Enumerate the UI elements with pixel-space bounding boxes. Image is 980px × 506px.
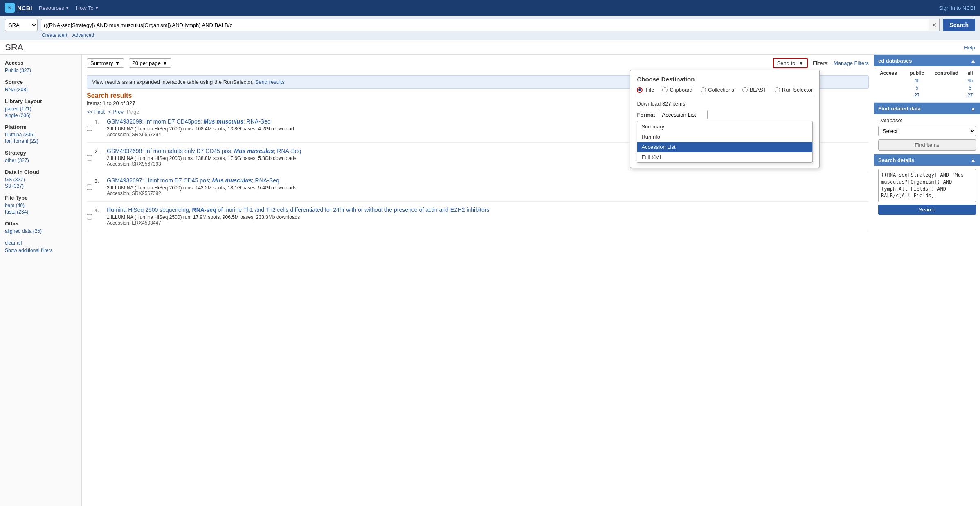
- find-related-label: Find related data: [878, 106, 921, 112]
- filter-access: Access Public (327): [5, 60, 76, 73]
- db-row-3-all[interactable]: 27: [964, 92, 976, 99]
- search-clear-button[interactable]: ✕: [929, 19, 940, 31]
- option-file[interactable]: File: [637, 87, 654, 93]
- result-title-4[interactable]: Illumina HiSeq 2500 sequencing; RNA-seq …: [107, 207, 869, 213]
- db-row-3-label: [878, 92, 905, 99]
- db-row-1-all[interactable]: 45: [964, 77, 976, 84]
- filter-single[interactable]: single (206): [5, 112, 76, 118]
- create-alert-link[interactable]: Create alert: [42, 32, 67, 38]
- howto-nav[interactable]: How To ▼: [76, 5, 99, 11]
- filter-gs[interactable]: GS (327): [5, 177, 76, 182]
- db-row-1-public[interactable]: 45: [905, 77, 928, 84]
- per-page-label: 20 per page: [133, 60, 161, 66]
- db-row-3-public[interactable]: 27: [905, 92, 928, 99]
- option-blast[interactable]: BLAST: [742, 87, 766, 93]
- advanced-link[interactable]: Advanced: [72, 32, 94, 38]
- resources-label: Resources: [39, 5, 64, 11]
- find-related-body: Database: Select Find items: [874, 114, 980, 154]
- format-select[interactable]: Summary RunInfo Accession List Full XML: [659, 110, 708, 119]
- result-checkbox-2[interactable]: [87, 149, 92, 167]
- pagination-first[interactable]: << First: [87, 109, 105, 115]
- top-navigation: N NCBI Resources ▼ How To ▼ Sign in to N…: [0, 0, 980, 16]
- manage-filters-link[interactable]: Manage Filters: [834, 60, 869, 66]
- database-select[interactable]: SRA: [5, 19, 38, 31]
- db-row-1-label: [878, 77, 905, 84]
- show-more-filters-link[interactable]: Show additional filters: [5, 247, 76, 253]
- ncbi-logo-text: NCBI: [17, 4, 32, 11]
- table-row: 4. Illumina HiSeq 2500 sequencing; RNA-s…: [87, 207, 869, 231]
- result-checkbox-3[interactable]: [87, 178, 92, 196]
- filter-filetype-title: File Type: [5, 195, 76, 201]
- format-menu-runinfo[interactable]: RunInfo: [637, 132, 812, 142]
- filter-bam[interactable]: bam (40): [5, 202, 76, 208]
- search-details-scroll-up[interactable]: ▲: [970, 157, 976, 163]
- help-link[interactable]: Help: [964, 45, 975, 51]
- result-num-1: 1.: [94, 118, 107, 137]
- result-checkbox-1[interactable]: [87, 119, 92, 137]
- option-clipboard-label: Clipboard: [670, 87, 692, 93]
- resources-nav[interactable]: Resources ▼: [39, 5, 70, 11]
- related-databases-section: ed databases ▲ Access public controlled …: [874, 55, 980, 103]
- related-databases-body: Access public controlled all 45 45: [874, 66, 980, 102]
- option-blast-label: BLAST: [750, 87, 766, 93]
- result-body-4: Illumina HiSeq 2500 sequencing; RNA-seq …: [107, 207, 869, 226]
- per-page-button[interactable]: 20 per page ▼: [129, 58, 171, 68]
- per-page-chevron-icon: ▼: [162, 60, 168, 66]
- filter-other: Other aligned data (25): [5, 220, 76, 234]
- search-input[interactable]: [41, 19, 940, 31]
- search-button[interactable]: Search: [943, 19, 975, 31]
- filter-illumina[interactable]: Illumina (305): [5, 132, 76, 137]
- search-input-wrap: ✕: [41, 19, 940, 31]
- result-num-2: 2.: [94, 148, 107, 167]
- option-collections[interactable]: Collections: [701, 87, 734, 93]
- db-table-row: 45 45: [878, 77, 976, 84]
- find-items-button[interactable]: Find items: [878, 139, 976, 151]
- format-menu-accession-list[interactable]: Accession List: [637, 142, 812, 152]
- filter-aligned[interactable]: aligned data (25): [5, 228, 76, 234]
- filter-access-public[interactable]: Public (327): [5, 67, 76, 73]
- find-related-database-select[interactable]: Select: [878, 126, 976, 136]
- format-menu-summary[interactable]: Summary: [637, 121, 812, 132]
- filter-other-title: Other: [5, 220, 76, 227]
- find-related-scroll-up[interactable]: ▲: [970, 105, 976, 112]
- filter-library-layout-title: Library Layout: [5, 98, 76, 104]
- filter-source: Source RNA (308): [5, 79, 76, 92]
- db-table-col-all: all: [964, 70, 976, 77]
- find-related-section: Find related data ▲ Database: Select Fin…: [874, 103, 980, 154]
- filter-library-layout: Library Layout paired (121) single (206): [5, 98, 76, 118]
- filter-source-rna[interactable]: RNA (308): [5, 87, 76, 92]
- db-row-2-public[interactable]: 5: [905, 84, 928, 92]
- send-results-link[interactable]: Send results: [255, 79, 285, 85]
- table-row: 3. GSM4932697: Uninf mom D7 CD45 pos; Mu…: [87, 177, 869, 202]
- filter-paired[interactable]: paired (121): [5, 106, 76, 112]
- option-clipboard[interactable]: Clipboard: [662, 87, 692, 93]
- filter-s3[interactable]: S3 (327): [5, 183, 76, 189]
- db-table-row: 27 27: [878, 92, 976, 99]
- filter-fastq[interactable]: fastq (234): [5, 209, 76, 215]
- result-title-3[interactable]: GSM4932697: Uninf mom D7 CD45 pos; Mus m…: [107, 177, 869, 184]
- clear-all-link[interactable]: clear all: [5, 240, 22, 246]
- result-checkbox-4[interactable]: [87, 208, 92, 226]
- related-databases-header: ed databases ▲: [874, 55, 980, 66]
- filter-strategy-title: Strategy: [5, 150, 76, 156]
- toolbar: Summary ▼ 20 per page ▼ Send to: ▼ Filte…: [87, 55, 869, 72]
- search-details-box: ((RNA-seq[Strategy] AND "Mus musculus"[O…: [878, 169, 976, 202]
- option-run-selector[interactable]: Run Selector: [775, 87, 813, 93]
- ncbi-logo-icon: N: [5, 3, 15, 13]
- choose-destination-popup: Choose Destination File Clipboard: [630, 70, 820, 168]
- search-bar-links: Create alert Advanced: [42, 32, 975, 38]
- db-row-2-all[interactable]: 5: [964, 84, 976, 92]
- filters-label: Filters:: [813, 60, 829, 66]
- format-menu-full-xml[interactable]: Full XML: [637, 152, 812, 162]
- search-details-label: Search details: [878, 157, 914, 163]
- rs-search-button[interactable]: Search: [878, 205, 976, 215]
- signin-link[interactable]: Sign in to NCBI: [939, 5, 975, 11]
- format-label: Format: [637, 112, 655, 118]
- option-run-selector-label: Run Selector: [782, 87, 813, 93]
- summary-button[interactable]: Summary ▼: [87, 58, 124, 68]
- pagination-prev[interactable]: < Prev: [108, 109, 124, 115]
- send-to-button[interactable]: Send to: ▼: [773, 58, 808, 68]
- related-db-scroll-up[interactable]: ▲: [970, 57, 976, 64]
- filter-strategy-other[interactable]: other (327): [5, 157, 76, 163]
- filter-ion-torrent[interactable]: Ion Torrent (22): [5, 138, 76, 144]
